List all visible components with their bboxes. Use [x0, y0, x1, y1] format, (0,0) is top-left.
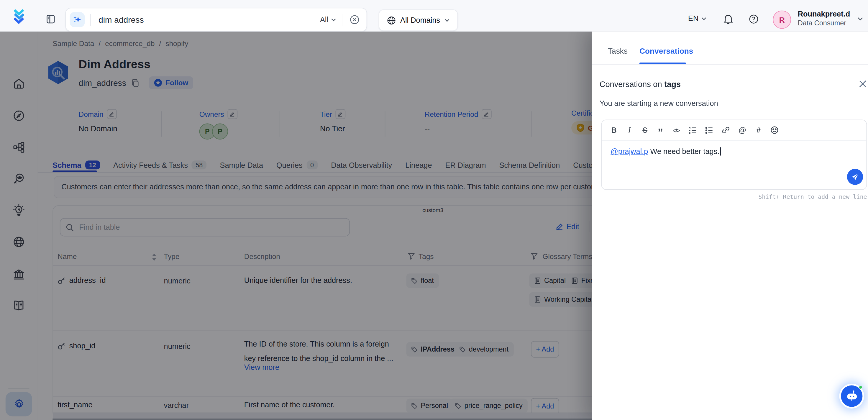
atlan-logo[interactable]	[12, 7, 29, 24]
editor-hint: Shift+ Return to add a new line	[758, 193, 867, 200]
blockquote-icon[interactable]: ”	[657, 130, 664, 134]
tab-tasks[interactable]: Tasks	[608, 47, 628, 55]
italic-icon[interactable]: I	[626, 126, 633, 134]
robot-icon	[845, 389, 858, 402]
strikethrough-icon[interactable]: S	[642, 126, 648, 134]
user-menu-chevron-icon[interactable]	[857, 17, 863, 21]
globe-icon	[387, 16, 396, 25]
chevron-down-icon	[701, 17, 706, 20]
chatbot-button[interactable]	[841, 385, 862, 407]
send-icon	[851, 173, 859, 181]
divider	[343, 13, 343, 26]
message-input[interactable]: @prajwal.p We need better tags.	[611, 147, 721, 155]
close-icon[interactable]	[859, 80, 867, 88]
notifications-bell-icon[interactable]	[723, 14, 733, 25]
tab-conversations[interactable]: Conversations	[640, 47, 693, 55]
user-menu[interactable]: Rounakpreet.d Data Consumer	[798, 9, 850, 28]
message-text: We need better tags.	[648, 147, 719, 155]
conversations-drawer: Tasks Conversations Conversations on tag…	[592, 31, 868, 420]
divider	[90, 13, 91, 26]
overlay-mask[interactable]	[0, 31, 592, 420]
bold-icon[interactable]: B	[611, 126, 617, 134]
bullet-list-icon[interactable]	[705, 126, 713, 133]
help-icon[interactable]	[749, 14, 758, 24]
user-name: Rounakpreet.d	[798, 9, 850, 19]
message-editor[interactable]: B I S ” </> @ #	[601, 119, 867, 190]
ai-sparkle-icon[interactable]	[70, 12, 85, 27]
hashtag-icon[interactable]: #	[755, 126, 762, 134]
search-scope-dropdown[interactable]: All	[320, 16, 336, 24]
clear-search-icon[interactable]	[350, 15, 359, 25]
user-avatar[interactable]: R	[773, 11, 791, 29]
chevron-down-icon	[331, 18, 336, 21]
send-button[interactable]	[847, 169, 863, 185]
chevron-down-icon	[444, 19, 450, 22]
new-conversation-note: You are starting a new conversation	[599, 99, 718, 107]
global-search-bar[interactable]: dim address All	[65, 8, 367, 32]
mention-icon[interactable]: @	[739, 126, 746, 134]
status-dot	[859, 386, 862, 388]
code-icon[interactable]: </>	[673, 127, 680, 133]
link-icon[interactable]	[722, 126, 730, 134]
search-query[interactable]: dim address	[98, 15, 320, 25]
all-domains-dropdown[interactable]: All Domains	[379, 9, 458, 31]
sidebar-toggle-icon[interactable]	[46, 14, 56, 24]
drawer-title: Conversations on tags	[599, 80, 681, 88]
user-role: Data Consumer	[798, 19, 850, 28]
language-selector[interactable]: EN	[688, 14, 706, 23]
user-mention[interactable]: @prajwal.p	[611, 147, 648, 155]
text-caret	[720, 147, 721, 155]
emoji-icon[interactable]	[771, 126, 778, 134]
editor-toolbar: B I S ” </> @ #	[602, 120, 866, 140]
app-window: dim address All All Domains EN	[0, 0, 868, 420]
ordered-list-icon[interactable]	[689, 126, 696, 133]
top-bar: dim address All All Domains EN	[0, 0, 868, 32]
